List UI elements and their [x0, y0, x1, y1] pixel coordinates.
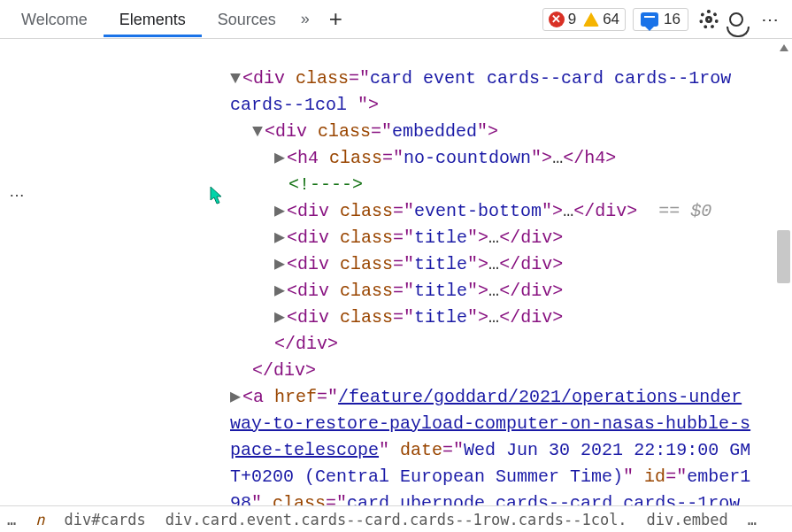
error-count: 9 [568, 11, 576, 28]
chat-icon [641, 12, 658, 27]
warning-icon [583, 12, 599, 27]
crumb-ellipsis-left[interactable]: … [7, 511, 16, 528]
tab-elements[interactable]: Elements [104, 2, 202, 37]
settings-icon[interactable] [699, 10, 719, 29]
expand-toggle[interactable] [274, 251, 287, 278]
scroll-up-icon[interactable] [780, 44, 788, 51]
vertical-scrollbar[interactable] [777, 39, 790, 505]
crumb-item[interactable]: div.embed [647, 511, 728, 528]
breadcrumb-bar: … n div#cards div.card.event.cards--card… [0, 505, 792, 532]
crumb-item[interactable]: div#cards [65, 511, 146, 528]
scroll-thumb[interactable] [777, 230, 790, 283]
expand-toggle[interactable] [230, 384, 242, 411]
crumb-item[interactable]: n [35, 511, 44, 528]
messages-count: 16 [664, 11, 681, 28]
expand-toggle[interactable] [274, 278, 287, 305]
expand-toggle[interactable] [252, 119, 265, 145]
account-icon[interactable] [729, 12, 743, 27]
expand-toggle[interactable] [230, 66, 242, 92]
more-icon[interactable]: ⋯ [756, 9, 787, 30]
crumb-ellipsis-right[interactable]: … [748, 511, 757, 528]
tab-welcome[interactable]: Welcome [5, 2, 104, 37]
devtools-toolbar: Welcome Elements Sources » + ✕ 9 64 16 ⋯ [0, 0, 792, 39]
dom-tree[interactable]: <div class="card event cards--card cards… [35, 39, 774, 505]
tab-sources[interactable]: Sources [202, 2, 292, 37]
elements-panel: … <div class="card event cards--card car… [0, 39, 792, 505]
add-tab-button[interactable]: + [319, 5, 353, 33]
tabs-overflow-icon[interactable]: » [292, 10, 319, 28]
tree-gutter: … [0, 39, 35, 505]
expand-toggle[interactable] [274, 198, 287, 225]
warning-count: 64 [603, 11, 619, 28]
crumb-item[interactable]: div.card.event.cards--card.cards--1row.c… [165, 511, 627, 528]
expand-toggle[interactable] [274, 145, 287, 172]
issues-counter[interactable]: ✕ 9 64 [542, 8, 626, 31]
expand-toggle[interactable] [274, 225, 287, 251]
breakpoint-marker[interactable]: … [9, 182, 27, 201]
error-icon: ✕ [549, 12, 565, 27]
messages-counter[interactable]: 16 [633, 8, 688, 31]
expand-toggle[interactable] [274, 305, 287, 331]
